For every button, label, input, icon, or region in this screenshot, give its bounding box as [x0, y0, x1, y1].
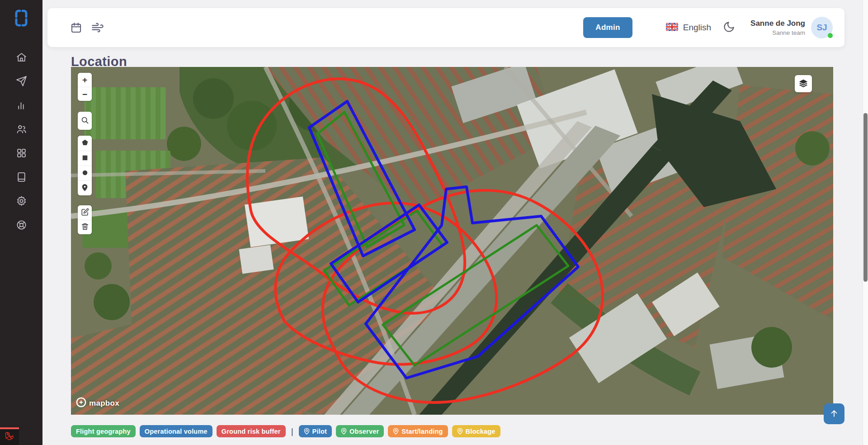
- page-scrollbar[interactable]: [863, 0, 868, 445]
- laravel-debugbar[interactable]: [0, 427, 19, 445]
- zoom-controls: + −: [78, 73, 92, 101]
- bar-chart-icon: [16, 99, 27, 113]
- language-label: English: [683, 23, 711, 33]
- mapbox-wordmark: mapbox: [89, 399, 119, 408]
- legend-separator: |: [291, 426, 293, 436]
- sidebar-item-missions[interactable]: [9, 70, 33, 94]
- users-icon: [16, 123, 27, 137]
- legend-badge-start-landing: Start/landing: [388, 425, 448, 437]
- draw-controls: [78, 136, 92, 195]
- online-status-dot: [828, 33, 833, 38]
- square-icon: [81, 154, 89, 163]
- search-control: [78, 112, 92, 130]
- book-icon: [16, 171, 27, 185]
- zoom-out-button[interactable]: −: [78, 87, 92, 101]
- sidebar-item-library[interactable]: [9, 166, 33, 190]
- draw-polygon-button[interactable]: [78, 136, 92, 151]
- mapbox-logo-icon: [76, 397, 86, 409]
- plus-icon: +: [82, 76, 87, 84]
- arrow-up-icon: [830, 409, 839, 419]
- draw-circle-button[interactable]: [78, 166, 92, 180]
- language-selector[interactable]: English: [666, 23, 711, 33]
- laravel-logo-icon: [5, 431, 14, 443]
- edit-shape-button[interactable]: [78, 205, 92, 220]
- zone-ground-risk-buffer: [247, 79, 465, 313]
- sidebar-item-statistics[interactable]: [9, 94, 33, 118]
- circle-icon: [81, 169, 89, 178]
- avatar-initials: SJ: [816, 23, 827, 33]
- calendar-icon[interactable]: [70, 22, 82, 34]
- sidebar-item-users[interactable]: [9, 118, 33, 142]
- wind-icon[interactable]: [91, 21, 104, 34]
- draw-rectangle-button[interactable]: [78, 151, 92, 166]
- legend-badge-operational-volume: Operational volume: [140, 425, 212, 437]
- send-icon: [16, 76, 27, 89]
- legend-badge-blockage: Blockage: [452, 425, 500, 437]
- home-icon: [16, 52, 27, 65]
- legend-badge-flight-geography: Flight geography: [71, 425, 136, 437]
- scrollbar-thumb[interactable]: [863, 113, 868, 282]
- trash-icon: [81, 222, 89, 232]
- user-team: Sanne team: [750, 29, 805, 36]
- minus-icon: −: [82, 90, 87, 99]
- grid-icon: [16, 147, 27, 161]
- uk-flag-icon: [666, 23, 678, 33]
- dark-mode-toggle[interactable]: [723, 21, 735, 35]
- legend-badge-ground-risk-buffer: Ground risk buffer: [217, 425, 286, 437]
- pin-icon: [393, 428, 399, 435]
- legend-badge-label: Ground risk buffer: [222, 428, 281, 435]
- layer-switcher-button[interactable]: [795, 75, 812, 92]
- legend-badge-pilot: Pilot: [299, 425, 332, 437]
- life-buoy-icon: [16, 219, 27, 232]
- delete-shape-button[interactable]: [78, 220, 92, 234]
- edit-controls: [78, 205, 92, 234]
- search-icon: [80, 116, 89, 126]
- legend-badge-observer: Observer: [336, 425, 384, 437]
- zoom-in-button[interactable]: +: [78, 73, 92, 87]
- map-search-button[interactable]: [78, 112, 92, 130]
- draw-marker-button[interactable]: [78, 180, 92, 195]
- edit-icon: [81, 208, 89, 218]
- avatar[interactable]: SJ: [811, 17, 833, 38]
- pin-icon: [304, 428, 310, 435]
- legend-badge-label: Blockage: [466, 428, 495, 435]
- application-window: Admin English Sanne de: [0, 0, 868, 445]
- scroll-to-top-button[interactable]: [824, 403, 844, 424]
- sidebar-item-home[interactable]: [9, 46, 33, 70]
- pentagon-icon: [81, 138, 89, 148]
- user-name: Sanne de Jong: [750, 19, 805, 28]
- moon-icon: [723, 21, 735, 35]
- mapbox-attribution[interactable]: mapbox: [76, 397, 119, 409]
- zone-operational-volume: [366, 187, 578, 378]
- marker-icon: [81, 184, 89, 193]
- layers-icon: [798, 78, 808, 90]
- app-logo-icon[interactable]: [9, 6, 33, 30]
- legend-badge-label: Pilot: [312, 428, 327, 435]
- legend-badge-label: Observer: [349, 428, 379, 435]
- sidebar-item-settings[interactable]: [9, 190, 33, 214]
- zones-overlay: [71, 67, 833, 415]
- legend-badge-label: Flight geography: [76, 428, 131, 435]
- pin-icon: [341, 428, 347, 435]
- topbar: Admin English Sanne de: [47, 8, 844, 47]
- page-title: Location: [71, 54, 127, 69]
- sidebar-item-support[interactable]: [9, 214, 33, 238]
- map-legend: Flight geographyOperational volumeGround…: [71, 425, 500, 437]
- settings-icon: [16, 195, 27, 208]
- pin-icon: [457, 428, 463, 435]
- legend-badge-label: Operational volume: [145, 428, 208, 435]
- admin-button[interactable]: Admin: [583, 17, 632, 38]
- map-canvas[interactable]: + −: [71, 67, 833, 415]
- user-menu[interactable]: Sanne de Jong Sanne team: [750, 19, 805, 36]
- legend-badge-label: Start/landing: [401, 428, 443, 435]
- sidebar: [0, 0, 42, 445]
- sidebar-item-apps[interactable]: [9, 142, 33, 166]
